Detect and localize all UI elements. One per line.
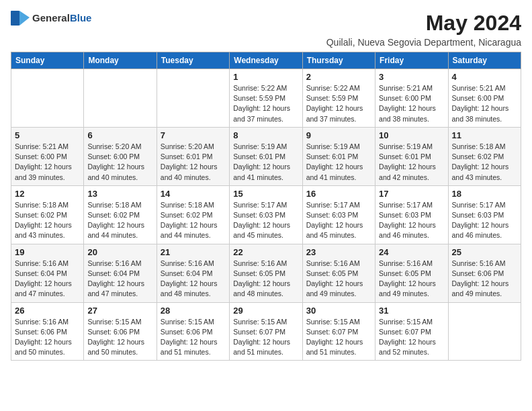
header-day-thursday: Thursday — [302, 52, 375, 69]
day-info: Sunrise: 5:15 AM Sunset: 6:07 PM Dayligh… — [306, 317, 371, 358]
calendar-cell: 29Sunrise: 5:15 AM Sunset: 6:07 PM Dayli… — [230, 302, 302, 361]
calendar-cell: 3Sunrise: 5:21 AM Sunset: 6:00 PM Daylig… — [375, 69, 448, 128]
day-info: Sunrise: 5:16 AM Sunset: 6:05 PM Dayligh… — [379, 259, 444, 300]
day-number: 26 — [15, 306, 80, 316]
day-info: Sunrise: 5:21 AM Sunset: 6:00 PM Dayligh… — [452, 83, 517, 124]
page-header: GeneralBlue May 2024 Quilali, Nueva Sego… — [11, 11, 521, 48]
day-number: 19 — [15, 247, 80, 257]
calendar-cell: 13Sunrise: 5:18 AM Sunset: 6:02 PM Dayli… — [84, 185, 157, 244]
week-row-3: 12Sunrise: 5:18 AM Sunset: 6:02 PM Dayli… — [11, 185, 521, 244]
header-day-sunday: Sunday — [11, 52, 84, 69]
day-info: Sunrise: 5:19 AM Sunset: 6:01 PM Dayligh… — [379, 142, 444, 183]
day-number: 3 — [379, 72, 444, 82]
calendar-cell: 27Sunrise: 5:15 AM Sunset: 6:06 PM Dayli… — [84, 302, 157, 361]
calendar-cell: 2Sunrise: 5:22 AM Sunset: 5:59 PM Daylig… — [302, 69, 375, 128]
calendar-cell: 22Sunrise: 5:16 AM Sunset: 6:05 PM Dayli… — [230, 244, 302, 302]
header-day-saturday: Saturday — [448, 52, 521, 69]
calendar-cell: 28Sunrise: 5:15 AM Sunset: 6:06 PM Dayli… — [157, 302, 229, 361]
day-number: 6 — [87, 130, 152, 140]
day-number: 24 — [379, 247, 444, 257]
calendar-cell: 15Sunrise: 5:17 AM Sunset: 6:03 PM Dayli… — [230, 185, 302, 244]
day-number: 4 — [452, 72, 517, 82]
day-number: 5 — [15, 130, 80, 140]
calendar-table: SundayMondayTuesdayWednesdayThursdayFrid… — [11, 52, 521, 361]
day-number: 23 — [306, 247, 371, 257]
calendar-cell — [84, 69, 157, 128]
header-day-tuesday: Tuesday — [157, 52, 229, 69]
calendar-cell: 16Sunrise: 5:17 AM Sunset: 6:03 PM Dayli… — [302, 185, 375, 244]
day-info: Sunrise: 5:15 AM Sunset: 6:06 PM Dayligh… — [161, 317, 226, 358]
day-number: 22 — [233, 247, 298, 257]
calendar-cell: 23Sunrise: 5:16 AM Sunset: 6:05 PM Dayli… — [302, 244, 375, 302]
calendar-cell: 30Sunrise: 5:15 AM Sunset: 6:07 PM Dayli… — [302, 302, 375, 361]
day-number: 8 — [233, 130, 298, 140]
logo-blue: Blue — [70, 12, 92, 24]
day-info: Sunrise: 5:17 AM Sunset: 6:03 PM Dayligh… — [379, 200, 444, 241]
day-number: 13 — [87, 189, 152, 199]
calendar-cell: 21Sunrise: 5:16 AM Sunset: 6:04 PM Dayli… — [157, 244, 229, 302]
week-row-5: 26Sunrise: 5:16 AM Sunset: 6:06 PM Dayli… — [11, 302, 521, 361]
calendar-cell: 18Sunrise: 5:17 AM Sunset: 6:03 PM Dayli… — [448, 185, 521, 244]
week-row-1: 1Sunrise: 5:22 AM Sunset: 5:59 PM Daylig… — [11, 69, 521, 128]
day-info: Sunrise: 5:16 AM Sunset: 6:06 PM Dayligh… — [15, 317, 80, 358]
month-year-title: May 2024 — [326, 11, 521, 36]
day-number: 11 — [452, 130, 517, 140]
day-number: 2 — [306, 72, 371, 82]
svg-marker-1 — [19, 11, 30, 26]
logo: GeneralBlue — [11, 11, 91, 26]
day-info: Sunrise: 5:16 AM Sunset: 6:06 PM Dayligh… — [452, 259, 517, 300]
calendar-cell: 19Sunrise: 5:16 AM Sunset: 6:04 PM Dayli… — [11, 244, 84, 302]
day-number: 14 — [161, 189, 226, 199]
day-info: Sunrise: 5:20 AM Sunset: 6:00 PM Dayligh… — [87, 142, 152, 183]
calendar-cell — [157, 69, 229, 128]
day-number: 20 — [87, 247, 152, 257]
week-row-4: 19Sunrise: 5:16 AM Sunset: 6:04 PM Dayli… — [11, 244, 521, 302]
svg-rect-0 — [11, 11, 19, 26]
day-info: Sunrise: 5:20 AM Sunset: 6:01 PM Dayligh… — [161, 142, 226, 183]
day-number: 25 — [452, 247, 517, 257]
day-info: Sunrise: 5:15 AM Sunset: 6:07 PM Dayligh… — [233, 317, 298, 358]
calendar-header-row: SundayMondayTuesdayWednesdayThursdayFrid… — [11, 52, 521, 69]
header-day-monday: Monday — [84, 52, 157, 69]
day-number: 30 — [306, 306, 371, 316]
calendar-cell: 6Sunrise: 5:20 AM Sunset: 6:00 PM Daylig… — [84, 127, 157, 185]
calendar-cell: 26Sunrise: 5:16 AM Sunset: 6:06 PM Dayli… — [11, 302, 84, 361]
day-number: 10 — [379, 130, 444, 140]
day-info: Sunrise: 5:18 AM Sunset: 6:02 PM Dayligh… — [15, 200, 80, 241]
day-info: Sunrise: 5:21 AM Sunset: 6:00 PM Dayligh… — [379, 83, 444, 124]
calendar-cell: 11Sunrise: 5:18 AM Sunset: 6:02 PM Dayli… — [448, 127, 521, 185]
day-number: 18 — [452, 189, 517, 199]
day-info: Sunrise: 5:22 AM Sunset: 5:59 PM Dayligh… — [306, 83, 371, 124]
location-subtitle: Quilali, Nueva Segovia Department, Nicar… — [326, 37, 521, 48]
calendar-cell: 25Sunrise: 5:16 AM Sunset: 6:06 PM Dayli… — [448, 244, 521, 302]
day-info: Sunrise: 5:18 AM Sunset: 6:02 PM Dayligh… — [452, 142, 517, 183]
day-info: Sunrise: 5:19 AM Sunset: 6:01 PM Dayligh… — [306, 142, 371, 183]
day-info: Sunrise: 5:15 AM Sunset: 6:07 PM Dayligh… — [379, 317, 444, 358]
day-info: Sunrise: 5:16 AM Sunset: 6:04 PM Dayligh… — [87, 259, 152, 300]
day-info: Sunrise: 5:15 AM Sunset: 6:06 PM Dayligh… — [87, 317, 152, 358]
day-info: Sunrise: 5:16 AM Sunset: 6:05 PM Dayligh… — [233, 259, 298, 300]
day-number: 28 — [161, 306, 226, 316]
title-area: May 2024 Quilali, Nueva Segovia Departme… — [326, 11, 521, 48]
day-number: 21 — [161, 247, 226, 257]
day-info: Sunrise: 5:17 AM Sunset: 6:03 PM Dayligh… — [233, 200, 298, 241]
calendar-cell — [11, 69, 84, 128]
day-info: Sunrise: 5:16 AM Sunset: 6:05 PM Dayligh… — [306, 259, 371, 300]
calendar-cell: 4Sunrise: 5:21 AM Sunset: 6:00 PM Daylig… — [448, 69, 521, 128]
header-day-wednesday: Wednesday — [230, 52, 302, 69]
calendar-cell: 31Sunrise: 5:15 AM Sunset: 6:07 PM Dayli… — [375, 302, 448, 361]
day-number: 17 — [379, 189, 444, 199]
day-info: Sunrise: 5:21 AM Sunset: 6:00 PM Dayligh… — [15, 142, 80, 183]
calendar-cell: 14Sunrise: 5:18 AM Sunset: 6:02 PM Dayli… — [157, 185, 229, 244]
day-info: Sunrise: 5:18 AM Sunset: 6:02 PM Dayligh… — [161, 200, 226, 241]
header-day-friday: Friday — [375, 52, 448, 69]
week-row-2: 5Sunrise: 5:21 AM Sunset: 6:00 PM Daylig… — [11, 127, 521, 185]
day-info: Sunrise: 5:16 AM Sunset: 6:04 PM Dayligh… — [161, 259, 226, 300]
logo-general: General — [32, 12, 70, 24]
day-info: Sunrise: 5:18 AM Sunset: 6:02 PM Dayligh… — [87, 200, 152, 241]
day-number: 16 — [306, 189, 371, 199]
day-number: 1 — [233, 72, 298, 82]
calendar-cell: 9Sunrise: 5:19 AM Sunset: 6:01 PM Daylig… — [302, 127, 375, 185]
day-info: Sunrise: 5:17 AM Sunset: 6:03 PM Dayligh… — [306, 200, 371, 241]
calendar-cell: 20Sunrise: 5:16 AM Sunset: 6:04 PM Dayli… — [84, 244, 157, 302]
